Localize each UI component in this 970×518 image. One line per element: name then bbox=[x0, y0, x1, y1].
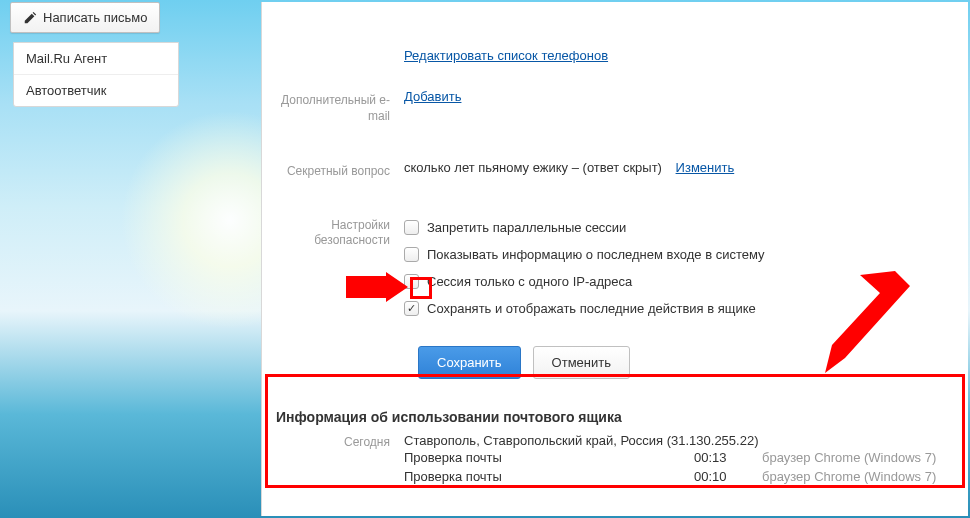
usage-location: Ставрополь, Ставропольский край, Россия … bbox=[404, 433, 968, 448]
secret-question-label: Секретный вопрос bbox=[262, 160, 404, 180]
checkbox-parallel-sessions[interactable] bbox=[404, 220, 419, 235]
log-action: Проверка почты bbox=[404, 469, 694, 484]
extra-email-label: Дополнительный e-mail bbox=[262, 89, 404, 124]
save-button[interactable]: Сохранить bbox=[418, 346, 521, 379]
checkbox-save-actions[interactable] bbox=[404, 301, 419, 316]
main-panel: Редактировать список телефонов Дополните… bbox=[261, 2, 968, 516]
security-settings-label: Настройки безопасности bbox=[262, 214, 404, 249]
log-agent: браузер Chrome (Windows 7) bbox=[762, 450, 936, 465]
change-secret-question-link[interactable]: Изменить bbox=[676, 160, 735, 175]
log-agent: браузер Chrome (Windows 7) bbox=[762, 469, 936, 484]
sidebar-item-autoresponder[interactable]: Автоответчик bbox=[14, 74, 178, 106]
usage-info-title: Информация об использовании почтового ящ… bbox=[262, 399, 968, 433]
checkbox-save-actions-label: Сохранять и отображать последние действи… bbox=[427, 301, 756, 316]
checkbox-show-last-login[interactable] bbox=[404, 247, 419, 262]
checkbox-single-ip-label: Сессия только с одного IP-адреса bbox=[427, 274, 632, 289]
add-extra-email-link[interactable]: Добавить bbox=[404, 89, 461, 104]
checkbox-single-ip[interactable] bbox=[404, 274, 419, 289]
checkbox-parallel-sessions-label: Запретить параллельные сессии bbox=[427, 220, 626, 235]
sidebar-item-agent[interactable]: Mail.Ru Агент bbox=[14, 43, 178, 74]
checkbox-show-last-login-label: Показывать информацию о последнем входе … bbox=[427, 247, 765, 262]
sidebar: Mail.Ru Агент Автоответчик bbox=[13, 42, 179, 107]
usage-day-label: Сегодня bbox=[262, 433, 404, 486]
secret-question-text: сколько лет пьяному ежику – (ответ скрыт… bbox=[404, 160, 662, 175]
log-time: 00:13 bbox=[694, 450, 762, 465]
log-action: Проверка почты bbox=[404, 450, 694, 465]
edit-phones-link[interactable]: Редактировать список телефонов bbox=[404, 48, 608, 63]
compose-button[interactable]: Написать письмо bbox=[10, 2, 160, 33]
log-time: 00:10 bbox=[694, 469, 762, 484]
usage-info-box: Информация об использовании почтового ящ… bbox=[262, 399, 968, 490]
compose-icon bbox=[23, 11, 37, 25]
cancel-button[interactable]: Отменить bbox=[533, 346, 630, 379]
compose-label: Написать письмо bbox=[43, 10, 147, 25]
